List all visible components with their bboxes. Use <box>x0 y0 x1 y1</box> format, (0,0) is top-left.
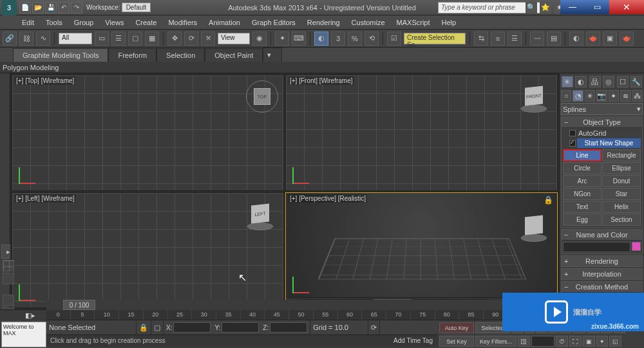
angle-snap-icon[interactable]: 3 <box>331 32 345 46</box>
viewcube-top[interactable]: TOP <box>246 80 278 113</box>
timeline-tick[interactable]: 50 <box>289 310 314 320</box>
render-production-icon[interactable]: 🫖 <box>620 32 634 46</box>
motion-tab-icon[interactable]: ◎ <box>603 76 614 87</box>
viewcube-front[interactable]: FRONT <box>520 80 552 113</box>
schematic-icon[interactable]: ▤ <box>547 32 561 46</box>
ngon-button[interactable]: NGon <box>563 188 601 200</box>
view-set1-icon[interactable] <box>3 295 14 306</box>
open-icon[interactable]: 📂 <box>32 2 44 14</box>
select-name-icon[interactable]: ☰ <box>111 32 126 46</box>
manipulate-icon[interactable]: ✦ <box>275 32 289 46</box>
scale-icon[interactable]: ⤧ <box>201 32 215 46</box>
nav-zoomext-icon[interactable]: ⛶ <box>569 336 582 347</box>
keyfilters-button[interactable]: Key Filters... <box>475 336 516 347</box>
rollout-header[interactable]: −Creation Method <box>562 282 642 293</box>
x-input[interactable] <box>173 322 211 333</box>
timeline-tick[interactable]: 45 <box>265 310 289 320</box>
hierarchy-tab-icon[interactable]: 品 <box>589 76 601 87</box>
menu-tools[interactable]: Tools <box>41 17 68 28</box>
layout-single-icon[interactable] <box>3 273 14 284</box>
rollout-header[interactable]: −Object Type <box>562 117 642 128</box>
subscription-icon[interactable]: ⭐ <box>540 2 551 14</box>
link-icon[interactable]: 🔗 <box>3 32 17 46</box>
viewport-label[interactable]: [+] [Left] [Wireframe] <box>15 194 76 203</box>
timeline-tick[interactable]: 85 <box>459 310 484 320</box>
selection-filter-dropdown[interactable]: All <box>59 33 92 44</box>
helix-button[interactable]: Helix <box>602 201 641 213</box>
rotate-icon[interactable]: ⟳ <box>184 32 198 46</box>
time-config-icon[interactable]: ⟳ <box>368 320 380 334</box>
rollout-header[interactable]: −Name and Color <box>562 230 642 241</box>
ellipse-button[interactable]: Ellipse <box>602 162 641 174</box>
utilities-tab-icon[interactable]: 🔧 <box>630 76 642 87</box>
minimize-button[interactable]: — <box>560 0 585 14</box>
geometry-icon[interactable]: ○ <box>561 90 571 102</box>
spacewarps-icon[interactable]: ≋ <box>620 90 630 102</box>
shapes-icon[interactable]: ◔ <box>573 90 583 102</box>
timeline-ruler[interactable]: 0510152025303540455055606570758085909510… <box>46 310 556 320</box>
section-button[interactable]: Section <box>602 214 641 226</box>
menu-grapheditors[interactable]: Graph Editors <box>247 17 301 28</box>
timeline-tick[interactable]: 10 <box>95 310 119 320</box>
menu-maxscript[interactable]: MAXScript <box>392 17 435 28</box>
time-slider-handle[interactable]: 0 / 100 <box>63 300 95 310</box>
menu-views[interactable]: Views <box>100 17 129 28</box>
helpers-icon[interactable]: ✦ <box>609 90 619 102</box>
autokey-button[interactable]: Auto Key <box>439 322 474 333</box>
render-setup-icon[interactable]: 🫖 <box>586 32 600 46</box>
timeline-tick[interactable]: 25 <box>168 310 193 320</box>
y-input[interactable] <box>222 322 259 333</box>
timeline-tick[interactable]: 15 <box>119 310 144 320</box>
timeline-tick[interactable]: 40 <box>241 310 265 320</box>
tab-graphite[interactable]: Graphite Modeling Tools <box>13 48 108 62</box>
start-new-shape-checkbox[interactable] <box>569 140 576 147</box>
material-editor-icon[interactable]: ◐ <box>569 32 583 46</box>
menu-group[interactable]: Group <box>69 17 99 28</box>
menu-customize[interactable]: Customize <box>346 17 390 28</box>
add-time-tag-button[interactable]: Add Time Tag <box>393 337 433 344</box>
percent-snap-icon[interactable]: % <box>348 32 362 46</box>
menu-edit[interactable]: Edit <box>17 17 39 28</box>
autogrid-checkbox[interactable]: AutoGrid <box>563 129 641 137</box>
menu-create[interactable]: Create <box>130 17 162 28</box>
timeline-tick[interactable]: 5 <box>71 310 95 320</box>
close-button[interactable]: ✕ <box>609 0 644 14</box>
layout-quad-icon[interactable] <box>3 260 14 271</box>
window-crossing-icon[interactable]: ▦ <box>145 32 159 46</box>
arc-button[interactable]: Arc <box>563 175 601 187</box>
egg-button[interactable]: Egg <box>563 214 601 226</box>
workspace-dropdown[interactable]: Default <box>122 3 151 12</box>
nav-max-icon[interactable]: ◱ <box>609 336 621 347</box>
timeline-tick[interactable]: 70 <box>386 310 411 320</box>
rectangle-button[interactable]: Rectangle <box>602 149 641 161</box>
keyboard-icon[interactable]: ⌨ <box>292 32 306 46</box>
viewport-perspective[interactable]: [+] [Perspective] [Realistic] 🔒 ◂ ▸ 87 /… <box>285 192 558 309</box>
menu-rendering[interactable]: Rendering <box>302 17 345 28</box>
new-icon[interactable]: 📄 <box>19 2 31 14</box>
isolate-icon[interactable]: ▢ <box>151 320 164 334</box>
maximize-button[interactable]: ▭ <box>585 0 609 14</box>
timeline-tick[interactable]: 30 <box>192 310 216 320</box>
edit-selection-set-icon[interactable]: ☑ <box>387 32 401 46</box>
menu-modifiers[interactable]: Modifiers <box>163 17 202 28</box>
name-input[interactable] <box>563 242 630 252</box>
trackbar-toggle-icon[interactable]: ◧▸ <box>17 310 44 320</box>
cameras-icon[interactable]: 📷 <box>596 90 607 102</box>
select-icon[interactable]: ▭ <box>95 32 109 46</box>
move-icon[interactable]: ✥ <box>167 32 182 46</box>
subtype-dropdown[interactable]: Splines▾ <box>561 103 643 115</box>
viewport-label[interactable]: [+] [Top] [Wireframe] <box>15 77 75 85</box>
pivot-icon[interactable]: ◉ <box>252 32 267 46</box>
setkey-button[interactable]: Set Key <box>439 336 474 347</box>
timeline-tick[interactable]: 35 <box>216 310 241 320</box>
viewport-label[interactable]: [+] [Front] [Wireframe] <box>289 77 354 85</box>
named-selection-dropdown[interactable]: Create Selection Se <box>404 33 466 44</box>
redo-icon[interactable]: ↷ <box>71 2 82 14</box>
key-mode-icon[interactable]: ⚿ <box>518 336 530 347</box>
tab-freeform[interactable]: Freeform <box>108 48 156 62</box>
rollout-rendering[interactable]: +Rendering <box>561 255 643 267</box>
align-icon[interactable]: ≡ <box>491 32 505 46</box>
rollout-interpolation[interactable]: +Interpolation <box>561 268 643 280</box>
tab-objectpaint[interactable]: Object Paint <box>205 48 263 62</box>
timeline-tick[interactable]: 55 <box>314 310 338 320</box>
